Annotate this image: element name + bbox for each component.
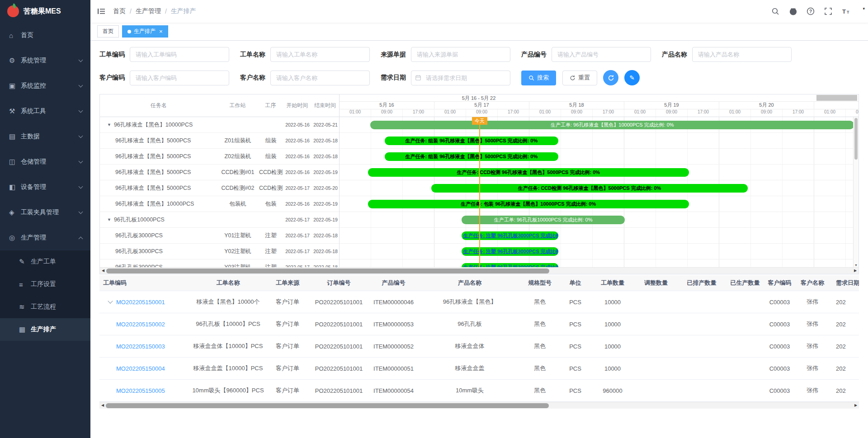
table-row[interactable]: MO202205150004移液盒盒盖【10000】PCS客户订单PO20220… bbox=[99, 358, 859, 380]
sidebar-item-master-data[interactable]: ▤主数据 bbox=[0, 124, 90, 149]
product-code-input[interactable] bbox=[552, 47, 651, 62]
workorder-link[interactable]: MO202205150003 bbox=[116, 343, 165, 350]
sidebar-item-equipment[interactable]: ◧设备管理 bbox=[0, 174, 90, 200]
collapse-caret-icon[interactable]: ▼ bbox=[107, 122, 111, 127]
gantt-task-row[interactable]: 96孔移液盒【黑色】5000PCSZ01组装机组装2022-05-162022-… bbox=[100, 133, 339, 149]
table-row[interactable]: MO202205150003移液盒盒体【10000】PCS客户订单PO20220… bbox=[99, 335, 859, 358]
gantt-order-bar[interactable]: 生产工单: 96孔移液盒【黑色】10000PCS 完成比例: 0% bbox=[370, 121, 853, 129]
workorder-code-input[interactable] bbox=[130, 47, 229, 62]
gantt-vertical-scroll-thumb[interactable] bbox=[854, 118, 858, 160]
search-icon[interactable] bbox=[771, 7, 780, 16]
workorder-link[interactable]: MO202205150004 bbox=[116, 365, 165, 372]
filter-field-customer-code: 客户编码 bbox=[99, 71, 229, 85]
gantt-timeline-header: 5月 16 - 5月 22 5月 165月 175月 185月 195月 20 … bbox=[340, 94, 859, 117]
collapse-caret-icon[interactable]: ▼ bbox=[107, 217, 111, 222]
table-horizontal-scrollbar[interactable]: ◀ ▶ bbox=[99, 402, 859, 409]
table-cell-1: 10mm吸头【960000】PCS bbox=[191, 386, 265, 395]
workorder-link[interactable]: MO202205150002 bbox=[116, 321, 165, 328]
search-button[interactable]: 搜索 bbox=[521, 71, 556, 85]
workorder-link[interactable]: MO202205150001 bbox=[116, 299, 165, 306]
gantt-task-bar[interactable]: 生产任务: 注塑 96孔孔板3000PCS 完成比例: 0% bbox=[462, 263, 558, 267]
sidebar-item-system-admin[interactable]: ⚙系统管理 bbox=[0, 48, 90, 73]
gantt-task-bar[interactable]: 生产任务: 注塑 96孔孔板3000PCS 完成比例: 0% bbox=[462, 247, 558, 256]
workorder-link[interactable]: MO202205150005 bbox=[116, 387, 165, 394]
github-icon[interactable] bbox=[788, 7, 797, 16]
table-row[interactable]: MO20220515000510mm吸头【960000】PCS客户订单PO202… bbox=[99, 380, 859, 402]
task-start-date: 2022-05-17 bbox=[283, 249, 311, 254]
sidebar-item-process-flow[interactable]: ≋工艺流程 bbox=[0, 296, 90, 318]
sidebar-item-warehouse[interactable]: ◫仓储管理 bbox=[0, 149, 90, 174]
gantt-order-bar[interactable]: 生产工单: 96孔孔板10000PCS 完成比例: 0% bbox=[462, 216, 625, 224]
refresh-button[interactable] bbox=[603, 70, 618, 85]
sidebar-item-system-tools[interactable]: ⚒系统工具 bbox=[0, 99, 90, 124]
gantt-horizontal-scroll-thumb[interactable] bbox=[106, 268, 549, 273]
sidebar-item-fixture[interactable]: ◈工装夹具管理 bbox=[0, 200, 90, 225]
table-column-header-4: 产品编号 bbox=[368, 279, 419, 287]
scroll-left-arrow-icon[interactable]: ◀ bbox=[99, 403, 106, 407]
edit-button[interactable]: ✎ bbox=[624, 70, 640, 85]
gantt-task-bar[interactable]: 生产任务: 组装 96孔移液盒【黑色】5000PCS 完成比例: 0% bbox=[385, 137, 558, 145]
scroll-down-arrow-icon[interactable]: ▼ bbox=[854, 264, 859, 267]
expand-caret-icon[interactable] bbox=[108, 299, 113, 304]
gantt-task-row[interactable]: 96孔孔板3000PCSY02注塑机注塑2022-05-172022-05-18 bbox=[100, 244, 339, 259]
scroll-right-arrow-icon[interactable]: ▶ bbox=[852, 268, 859, 273]
sidebar-item-scheduling[interactable]: ▦生产排产 bbox=[0, 318, 90, 341]
gantt-task-bar[interactable]: 生产任务: 包装 96孔移液盒【黑色】10000PCS 完成比例: 0% bbox=[368, 200, 689, 208]
table-cell-5: 10mm吸头 bbox=[419, 386, 520, 395]
gantt-task-name-cell: ▼96孔移液盒【黑色】10000PCS bbox=[100, 121, 217, 129]
gantt-task-row[interactable]: ▼96孔孔板10000PCS2022-05-172022-05-19 bbox=[100, 212, 339, 228]
gantt-task-row[interactable]: 96孔移液盒【黑色】5000PCSCCD检测#02CCD检测2022-05-17… bbox=[100, 180, 339, 196]
reset-button[interactable]: 重置 bbox=[562, 71, 597, 85]
gantt-vertical-scrollbar[interactable]: ▼ bbox=[853, 117, 859, 267]
table-cell-14: 202 bbox=[830, 299, 859, 306]
tab-close-icon[interactable]: × bbox=[159, 28, 163, 34]
table-row[interactable]: MO20220515000296孔孔板【10000】PCS客户订单PO20220… bbox=[99, 313, 859, 335]
gantt-task-row[interactable]: 96孔移液盒【黑色】5000PCSZ02组装机组装2022-05-162022-… bbox=[100, 149, 339, 165]
gantt-header-scroll-thumb[interactable] bbox=[816, 95, 857, 101]
task-station: 包装机 bbox=[217, 200, 258, 208]
gantt-task-bar[interactable]: 生产任务: 注塑 96孔孔板3000PCS 完成比例: 0% bbox=[462, 231, 558, 240]
gantt-task-row[interactable]: 96孔移液盒【黑色】10000PCS包装机包装2022-05-162022-05… bbox=[100, 196, 339, 212]
breadcrumb-item-0[interactable]: 首页 bbox=[113, 7, 126, 15]
gantt-bar-row: 生产任务: CCD检测 96孔移液盒【黑色】5000PCS 完成比例: 0% bbox=[340, 180, 853, 196]
product-name-input[interactable] bbox=[692, 47, 792, 62]
gantt-task-row[interactable]: 96孔孔板3000PCSY03注塑机注塑2022-05-172022-05-18 bbox=[100, 259, 339, 267]
sidebar-item-production[interactable]: ◎生产管理 bbox=[0, 225, 90, 250]
sidebar-item-label: 生产排产 bbox=[31, 325, 82, 334]
gantt-task-row[interactable]: ▼96孔移液盒【黑色】10000PCS2022-05-162022-05-21 bbox=[100, 117, 339, 133]
tab-home[interactable]: 首页 bbox=[97, 25, 119, 38]
gantt-task-row[interactable]: 96孔移液盒【黑色】5000PCSCCD检测#01CCD检测2022-05-16… bbox=[100, 165, 339, 180]
sidebar-fold-icon[interactable] bbox=[90, 0, 112, 23]
source-doc-input[interactable] bbox=[411, 47, 510, 62]
fixture-icon: ◈ bbox=[9, 208, 21, 217]
table-column-header-7: 单位 bbox=[559, 279, 591, 287]
fullscreen-icon[interactable] bbox=[824, 7, 833, 16]
workorder-name-input[interactable] bbox=[270, 47, 370, 62]
font-size-icon[interactable]: TT bbox=[841, 7, 850, 16]
scroll-right-arrow-icon[interactable]: ▶ bbox=[853, 403, 859, 407]
table-body: MO202205150001移液盒【黑色】10000个客户订单PO2022051… bbox=[99, 291, 859, 402]
customer-name-input[interactable] bbox=[270, 71, 370, 85]
task-process: CCD检测 bbox=[258, 169, 283, 176]
tab-scheduling[interactable]: 生产排产× bbox=[122, 25, 168, 38]
task-name: 96孔孔板3000PCS bbox=[115, 248, 163, 255]
breadcrumb-item-1[interactable]: 生产管理 bbox=[136, 7, 161, 15]
gantt-horizontal-scrollbar[interactable]: ◀ ▶ bbox=[100, 267, 859, 274]
sidebar-item-system-monitor[interactable]: ▣系统监控 bbox=[0, 73, 90, 99]
gantt-task-bar[interactable]: 生产任务: CCD检测 96孔移液盒【黑色】5000PCS 完成比例: 0% bbox=[368, 168, 689, 177]
table-row[interactable]: MO202205150001移液盒【黑色】10000个客户订单PO2022051… bbox=[99, 291, 859, 313]
gantt-task-bar[interactable]: 生产任务: 组装 96孔移液盒【黑色】5000PCS 完成比例: 0% bbox=[385, 152, 558, 161]
sidebar-item-home[interactable]: ⌂首页 bbox=[0, 23, 90, 48]
gantt-task-row[interactable]: 96孔孔板3000PCSY01注塑机注塑2022-05-172022-05-18 bbox=[100, 228, 339, 244]
sidebar-item-process-settings[interactable]: ≡工序设置 bbox=[0, 273, 90, 296]
gantt-timeline: 生产工单: 96孔移液盒【黑色】10000PCS 完成比例: 0%生产任务: 组… bbox=[340, 117, 853, 267]
customer-code-input[interactable] bbox=[130, 71, 229, 85]
table-horizontal-scroll-thumb[interactable] bbox=[106, 403, 549, 408]
question-icon[interactable]: ? bbox=[806, 7, 815, 16]
sidebar-item-work-order[interactable]: ✎生产工单 bbox=[0, 250, 90, 273]
demand-date-input[interactable] bbox=[411, 71, 510, 85]
scroll-left-arrow-icon[interactable]: ◀ bbox=[100, 268, 106, 273]
chevron-down-icon bbox=[79, 58, 83, 62]
workorder-code-cell: MO202205150005 bbox=[99, 387, 191, 394]
svg-text:?: ? bbox=[809, 9, 812, 14]
